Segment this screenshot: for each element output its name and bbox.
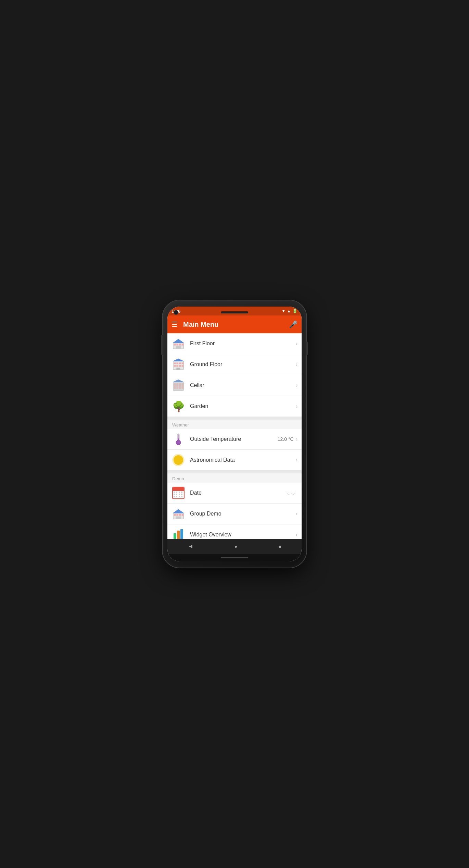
garden-chevron: › [296,403,297,409]
weather-section-header: Weather [167,420,302,429]
svg-rect-8 [174,362,176,364]
svg-rect-37 [174,514,176,516]
widget-overview-label: Widget Overview [190,532,296,538]
widget-overview-icon [172,528,185,539]
date-value: -, -.- [287,490,295,496]
svg-rect-2 [176,344,178,346]
battery-icon: 🔋 [292,309,297,313]
svg-rect-1 [174,344,176,346]
svg-rect-15 [182,365,184,367]
bottom-pill [221,557,248,558]
svg-rect-24 [176,385,178,387]
outside-temp-value: 12.0 °C [278,436,294,442]
menu-item-garden[interactable]: 🌳 Garden › [167,396,302,417]
nav-bar: ◄ ● ■ [167,539,302,554]
svg-rect-5 [176,346,181,349]
svg-rect-21 [179,383,181,385]
bottom-bar [167,554,302,561]
group-demo-icon [172,507,185,521]
svg-rect-23 [174,385,176,387]
svg-rect-22 [182,383,184,385]
svg-rect-20 [176,383,178,385]
svg-rect-3 [179,344,181,346]
microphone-icon[interactable]: 🎤 [289,320,297,328]
menu-item-widget-overview[interactable]: Widget Overview › [167,524,302,539]
svg-marker-6 [173,339,184,343]
cellar-label: Cellar [190,382,296,388]
phone-device: 1:06 ▼ ▲ 🔋 ☰ Main Menu 🎤 [163,300,306,568]
status-bar: 1:06 ▼ ▲ 🔋 [167,307,302,315]
svg-rect-38 [176,514,178,516]
nav-recent-button[interactable]: ■ [271,541,288,552]
camera [174,310,178,315]
toolbar: ☰ Main Menu 🎤 [167,315,302,333]
svg-rect-26 [182,385,184,387]
first-floor-label: First Floor [190,340,296,347]
first-floor-chevron: › [296,340,297,347]
menu-item-date[interactable]: Date -, -.- [167,483,302,504]
svg-marker-17 [173,359,184,361]
svg-marker-31 [173,380,184,382]
svg-rect-35 [178,438,179,443]
menu-item-ground-floor[interactable]: Ground Floor › [167,354,302,375]
svg-rect-16 [176,368,180,370]
outside-temp-label: Outside Temperature [190,436,278,442]
bar-chart-icon [174,529,183,539]
svg-rect-19 [174,383,176,385]
ground-floor-icon [172,358,185,371]
svg-rect-10 [179,362,181,364]
thermometer-icon [172,432,185,446]
menu-item-group-demo[interactable]: Group Demo › [167,504,302,524]
hamburger-menu-icon[interactable]: ☰ [172,320,178,328]
divider-demo [167,471,302,473]
garden-icon: 🌳 [172,399,185,413]
svg-rect-25 [179,385,181,387]
group-demo-label: Group Demo [190,511,296,517]
astronomical-label: Astronomical Data [190,457,296,463]
svg-rect-41 [176,517,181,519]
cellar-icon [172,379,185,392]
svg-rect-12 [174,365,176,367]
svg-rect-29 [179,387,181,389]
nav-home-button[interactable]: ● [228,541,244,552]
first-floor-icon [172,337,185,350]
svg-rect-27 [174,387,176,389]
nav-back-button[interactable]: ◄ [181,541,200,552]
svg-rect-30 [182,387,184,389]
wifi-icon: ▼ [281,309,286,313]
svg-rect-39 [179,514,181,516]
svg-rect-4 [182,344,184,346]
widget-overview-chevron: › [296,532,297,538]
demo-section-header: Demo [167,473,302,483]
toolbar-title: Main Menu [183,321,289,328]
svg-rect-14 [179,365,181,367]
sun-icon [172,453,185,467]
outside-temp-chevron: › [296,436,297,442]
cellar-chevron: › [296,382,297,388]
svg-rect-40 [182,514,184,516]
svg-rect-28 [176,387,178,389]
speaker [221,311,248,313]
group-demo-chevron: › [296,511,297,517]
garden-label: Garden [190,403,296,409]
signal-icon: ▲ [287,309,291,313]
date-label: Date [190,490,287,496]
menu-item-astronomical[interactable]: Astronomical Data › [167,450,302,471]
menu-item-first-floor[interactable]: First Floor › [167,333,302,354]
svg-rect-9 [176,362,178,364]
calendar-icon [172,486,185,500]
astronomical-chevron: › [296,457,297,463]
phone-screen: 1:06 ▼ ▲ 🔋 ☰ Main Menu 🎤 [167,307,302,561]
ground-floor-chevron: › [296,361,297,368]
svg-rect-11 [182,362,184,364]
svg-rect-13 [176,365,178,367]
divider-weather [167,417,302,420]
menu-item-cellar[interactable]: Cellar › [167,375,302,396]
status-icons: ▼ ▲ 🔋 [281,309,297,313]
menu-item-outside-temp[interactable]: Outside Temperature 12.0 °C › [167,429,302,450]
svg-marker-42 [173,509,184,513]
ground-floor-label: Ground Floor [190,361,296,368]
main-content: First Floor › [167,333,302,539]
